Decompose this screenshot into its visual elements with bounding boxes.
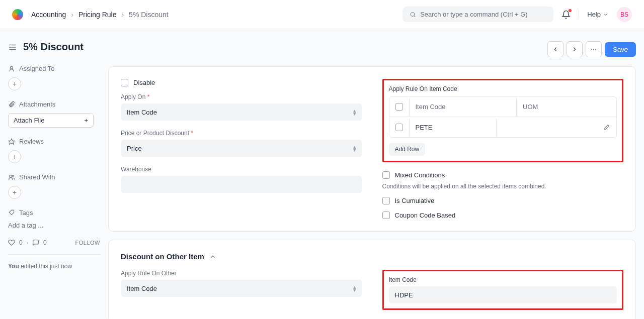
star-icon — [8, 138, 15, 145]
chevron-up-icon — [209, 253, 216, 260]
warehouse-input[interactable]: . — [121, 176, 362, 193]
user-icon — [8, 65, 15, 72]
breadcrumb: Accounting › Pricing Rule › 5% Discount — [31, 11, 169, 19]
collapse-toggle[interactable] — [209, 253, 216, 260]
svg-point-9 — [591, 49, 592, 50]
mixed-conditions-label: Mixed Conditions — [395, 171, 445, 179]
discount-section-title: Discount on Other Item — [121, 252, 204, 261]
next-button[interactable] — [567, 41, 583, 57]
row-checkbox[interactable] — [395, 124, 403, 131]
select-all-checkbox[interactable] — [395, 103, 403, 111]
chevron-left-icon — [552, 46, 559, 53]
item-code-highlight: Item Code HDPE — [382, 270, 624, 310]
topbar: Accounting › Pricing Rule › 5% Discount … — [0, 0, 644, 29]
save-button[interactable]: Save — [605, 42, 636, 57]
divider — [579, 10, 579, 20]
comment-icon[interactable] — [32, 239, 39, 246]
edit-info: You edited this just now — [8, 262, 100, 271]
select-arrows-icon: ▴▾ — [353, 109, 356, 115]
svg-point-7 — [10, 175, 12, 177]
row-edit-button[interactable] — [596, 119, 616, 136]
svg-marker-6 — [9, 139, 15, 144]
apply-rule-other-label: Apply Rule On Other — [121, 270, 362, 277]
heart-icon[interactable] — [8, 239, 15, 246]
plus-icon: + — [84, 117, 88, 124]
reviews-label: Reviews — [8, 138, 100, 145]
add-tag-input[interactable]: Add a tag ... — [8, 222, 100, 229]
breadcrumb-item[interactable]: Pricing Rule — [78, 11, 116, 19]
disable-checkbox[interactable] — [121, 79, 128, 86]
menu-toggle-icon[interactable] — [8, 43, 17, 52]
attachments-label: Attachments — [8, 100, 100, 108]
table-header-row: Item Code UOM — [389, 97, 617, 117]
search-input[interactable] — [420, 11, 546, 18]
svg-point-8 — [12, 175, 14, 177]
select-arrows-icon: ▴▾ — [353, 285, 356, 291]
is-cumulative-checkbox[interactable] — [382, 197, 390, 204]
table-row[interactable]: PETE — [389, 117, 617, 137]
apply-on-label: Apply On — [121, 93, 362, 100]
item-code-table: Item Code UOM PETE — [389, 96, 617, 138]
shared-with-label: Shared With — [8, 173, 100, 181]
search-icon — [410, 11, 416, 18]
svg-point-11 — [596, 49, 597, 50]
users-icon — [8, 174, 15, 181]
help-menu[interactable]: Help — [587, 11, 609, 18]
assigned-to-label: Assigned To — [8, 65, 100, 72]
apply-rule-label: Apply Rule On Item Code — [389, 85, 617, 92]
chevron-right-icon: › — [121, 11, 124, 19]
comments-count: 0 — [43, 239, 47, 246]
price-or-discount-select[interactable]: Price ▴▾ — [121, 140, 362, 157]
user-avatar[interactable]: BS — [617, 7, 632, 22]
svg-line-1 — [414, 16, 415, 17]
add-share-button[interactable]: + — [8, 186, 21, 199]
select-arrows-icon: ▴▾ — [353, 145, 356, 151]
chevron-right-icon: › — [71, 11, 73, 19]
discount-other-card: Discount on Other Item Apply Rule On Oth… — [108, 240, 636, 319]
sidebar: 5% Discount Assigned To + Attachments At… — [0, 29, 108, 319]
logo-icon — [12, 9, 23, 20]
chevron-down-icon — [603, 12, 609, 18]
add-row-button[interactable]: Add Row — [389, 143, 426, 156]
notifications-button[interactable] — [561, 10, 571, 19]
mixed-conditions-help: Conditions will be applied on all the se… — [382, 183, 624, 190]
mixed-conditions-checkbox[interactable] — [382, 171, 390, 179]
item-code-input[interactable]: HDPE — [389, 286, 617, 303]
likes-count: 0 — [19, 239, 23, 246]
coupon-code-label: Coupon Code Based — [395, 211, 456, 219]
col-item-code: Item Code — [410, 98, 517, 116]
breadcrumb-item[interactable]: Accounting — [31, 11, 66, 19]
chevron-right-icon — [571, 46, 578, 53]
dots-icon — [590, 46, 597, 53]
row-item-code[interactable]: PETE — [410, 119, 497, 136]
prev-button[interactable] — [547, 41, 564, 57]
item-code-label: Item Code — [389, 276, 617, 283]
coupon-code-checkbox[interactable] — [382, 211, 390, 219]
is-cumulative-label: Is Cumulative — [395, 197, 435, 204]
search-box[interactable] — [403, 7, 553, 22]
apply-rule-highlight: Apply Rule On Item Code Item Code UOM PE… — [382, 79, 624, 162]
svg-point-10 — [593, 49, 594, 50]
tag-icon — [8, 209, 15, 217]
paperclip-icon — [8, 101, 15, 108]
warehouse-label: Warehouse — [121, 166, 362, 173]
follow-button[interactable]: FOLLOW — [75, 240, 100, 246]
more-menu-button[interactable] — [586, 41, 602, 57]
svg-point-0 — [411, 12, 415, 16]
col-uom: UOM — [517, 98, 616, 116]
pencil-icon — [603, 124, 610, 131]
breadcrumb-item: 5% Discount — [129, 11, 169, 19]
price-or-discount-label: Price or Product Discount — [121, 130, 362, 137]
svg-point-5 — [11, 66, 13, 69]
tags-label: Tags — [8, 209, 100, 217]
row-uom[interactable] — [497, 122, 596, 132]
add-assignee-button[interactable]: + — [8, 77, 21, 90]
page-title: 5% Discount — [23, 41, 84, 53]
apply-on-select[interactable]: Item Code ▴▾ — [121, 103, 362, 121]
add-review-button[interactable]: + — [8, 150, 21, 163]
disable-label: Disable — [133, 79, 155, 86]
attach-file-button[interactable]: Attach File + — [8, 113, 94, 128]
main-form-card: Disable Apply On Item Code ▴▾ Price or P… — [108, 66, 636, 232]
apply-rule-other-select[interactable]: Item Code ▴▾ — [121, 280, 362, 297]
